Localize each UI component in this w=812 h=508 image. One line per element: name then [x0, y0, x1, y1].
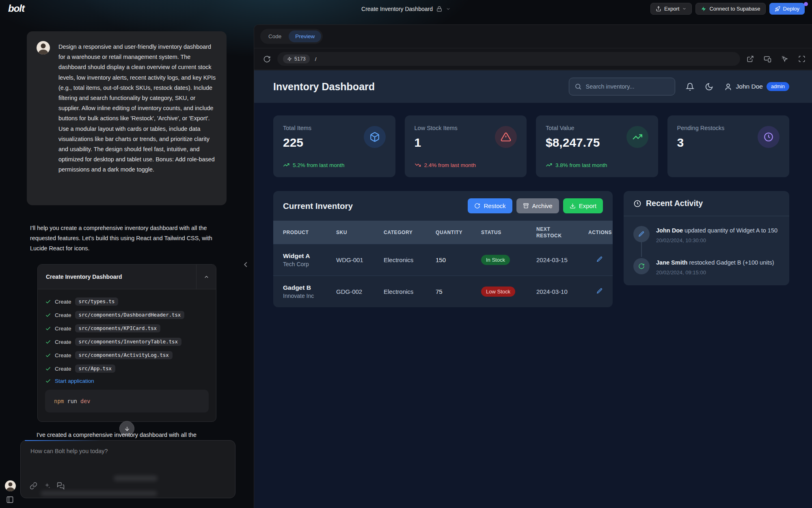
- activity-item: Jane Smith restocked Gadget B (+100 unit…: [633, 258, 780, 276]
- trending-down-icon: [415, 162, 421, 168]
- collapse-panel-chevron[interactable]: [241, 260, 250, 271]
- file-pill[interactable]: src/App.tsx: [75, 365, 115, 373]
- export-csv-button[interactable]: Export: [563, 198, 603, 213]
- assistant-message-text: I'll help you create a comprehensive inv…: [30, 223, 224, 254]
- artifact-step: Create src/components/DashboardHeader.ts…: [45, 311, 209, 319]
- redacted-text: [41, 491, 157, 496]
- arrow-down-icon: [124, 426, 130, 432]
- sidebar-toggle-icon[interactable]: [6, 496, 14, 505]
- open-external-icon[interactable]: [747, 55, 754, 63]
- activity-item: John Doe updated quantity of Widget A to…: [633, 226, 780, 243]
- artifact-title: Create Inventory Dashboard: [38, 265, 196, 289]
- chevron-up-icon: [203, 274, 209, 280]
- artifact-step: Create src/App.tsx: [45, 365, 209, 373]
- check-icon: [45, 326, 51, 332]
- kpi-card-total-value: Total Value $8,247.75 3.8% from last mon…: [536, 115, 658, 177]
- kpi-card-low-stock: Low Stock Items 1 2.4% from last month: [405, 115, 527, 177]
- alert-triangle-icon: [495, 126, 517, 148]
- notification-dot: [804, 2, 808, 6]
- user-icon: [724, 82, 732, 91]
- file-pill[interactable]: src/types.ts: [75, 297, 119, 306]
- dark-mode-toggle-icon[interactable]: [705, 82, 713, 91]
- kpi-card-total-items: Total Items 225 5.2% from last month: [273, 115, 395, 177]
- check-icon: [45, 366, 51, 372]
- role-badge: admin: [767, 82, 789, 91]
- export-label: Export: [664, 6, 680, 12]
- trending-up-icon: [283, 162, 289, 168]
- project-title: Create Inventory Dashboard: [361, 6, 433, 12]
- inspector-cursor-icon[interactable]: [781, 55, 788, 63]
- refresh-icon: [474, 203, 480, 209]
- inventory-search: [569, 78, 675, 96]
- file-pill[interactable]: src/components/KPICard.tsx: [75, 324, 161, 332]
- trending-up-icon: [626, 126, 648, 148]
- clock-icon: [758, 126, 780, 148]
- url-bar[interactable]: 5173 /: [277, 52, 740, 66]
- deploy-label: Deploy: [783, 6, 799, 12]
- rocket-icon: [775, 6, 780, 12]
- recent-activity-card: Recent Activity John Doe updated quantit…: [624, 191, 789, 285]
- sparkles-icon[interactable]: [43, 482, 51, 490]
- artifact-step: Create src/components/ActivityLog.tsx: [45, 351, 209, 359]
- edit-row-icon[interactable]: [596, 256, 603, 263]
- reload-icon[interactable]: [263, 55, 271, 63]
- file-pill[interactable]: src/components/DashboardHeader.tsx: [75, 311, 185, 319]
- deploy-button[interactable]: Deploy: [769, 3, 805, 15]
- fullscreen-icon[interactable]: [798, 55, 806, 63]
- export-button[interactable]: Export: [650, 3, 692, 15]
- file-pill[interactable]: src/components/ActivityLog.tsx: [75, 351, 173, 359]
- chevron-down-icon[interactable]: [446, 7, 451, 11]
- restock-button[interactable]: Restock: [468, 198, 512, 213]
- kpi-card-pending-restocks: Pending Restocks 3: [667, 115, 790, 177]
- table-row[interactable]: Widget A Tech Corp WDG-001 Electronics 1…: [273, 244, 613, 276]
- tab-code[interactable]: Code: [262, 30, 288, 42]
- user-avatar: [37, 41, 50, 54]
- clock-icon: [633, 200, 641, 208]
- responsive-devices-icon[interactable]: [764, 55, 771, 63]
- quantity-value[interactable]: 75: [436, 288, 481, 295]
- port-badge[interactable]: 5173: [283, 54, 310, 63]
- artifact-card: Create Inventory Dashboard Create src/ty…: [37, 264, 216, 422]
- dashboard-header: Inventory Dashboard John Doe admin: [254, 70, 812, 103]
- table-row[interactable]: Gadget B Innovate Inc GDG-002 Electronic…: [273, 276, 613, 307]
- bell-icon[interactable]: [686, 82, 694, 91]
- search-input[interactable]: [586, 83, 669, 90]
- account-avatar[interactable]: [5, 480, 16, 491]
- tab-preview[interactable]: Preview: [289, 30, 321, 42]
- dashboard-title: Inventory Dashboard: [273, 81, 375, 93]
- activity-title: Recent Activity: [646, 199, 703, 208]
- chevron-down-icon: [682, 7, 687, 11]
- start-application-step: Start application: [45, 378, 209, 384]
- artifact-step: Create src/components/KPICard.tsx: [45, 324, 209, 332]
- connect-supabase-button[interactable]: Connect to Supabase: [695, 3, 765, 15]
- artifact-step: Create src/components/InventoryTable.tsx: [45, 338, 209, 346]
- quantity-value[interactable]: 150: [436, 256, 481, 263]
- chat-input-box: [20, 440, 235, 498]
- refresh-icon: [633, 258, 650, 274]
- edit-row-icon[interactable]: [596, 288, 603, 294]
- check-icon: [45, 352, 51, 358]
- link-icon[interactable]: [30, 482, 37, 490]
- share-icon: [656, 6, 661, 12]
- start-application-link[interactable]: Start application: [55, 378, 94, 384]
- url-path: /: [315, 56, 317, 62]
- user-menu[interactable]: John Doe admin: [724, 82, 789, 91]
- collapse-artifact-button[interactable]: [196, 265, 216, 289]
- artifact-step: Create src/types.ts: [45, 297, 209, 306]
- preview-panel: Code Preview 5173 / Inventory Dashboard: [254, 24, 812, 508]
- product-name: Widget A: [283, 252, 336, 260]
- inventory-table-card: Current Inventory Restock Archive Exp: [273, 191, 613, 307]
- file-pill[interactable]: src/components/InventoryTable.tsx: [75, 338, 181, 346]
- user-message-text: Design a responsive and user-friendly in…: [58, 42, 218, 175]
- user-name: John Doe: [736, 83, 763, 90]
- check-icon: [45, 339, 51, 345]
- supplier-name: Innovate Inc: [283, 293, 336, 299]
- activity-timestamp: 20/02/2024, 10:30:00: [656, 237, 777, 243]
- chat-input[interactable]: [30, 448, 221, 469]
- user-message-card: Design a responsive and user-friendly in…: [27, 31, 227, 205]
- archive-icon: [523, 203, 529, 209]
- check-icon: [45, 299, 51, 305]
- archive-button[interactable]: Archive: [516, 198, 559, 213]
- chat-bubbles-icon[interactable]: [57, 482, 65, 490]
- supabase-icon: [701, 6, 706, 12]
